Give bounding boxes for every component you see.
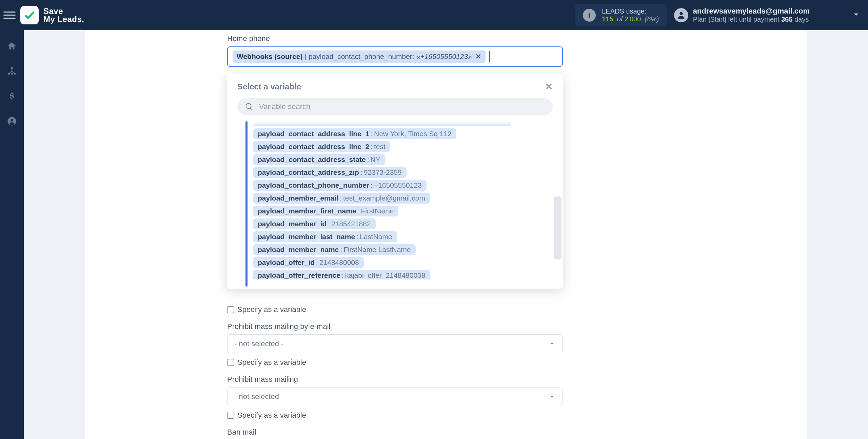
- page: Home phone Webhooks (source) | payload_c…: [24, 30, 868, 439]
- variable-group-rail: [245, 121, 248, 287]
- variable-colon: :: [371, 143, 373, 151]
- svg-point-6: [11, 119, 13, 122]
- info-icon: i: [583, 9, 596, 22]
- variable-option[interactable]: payload_offer_reference: kajabi_offer_21…: [253, 270, 430, 279]
- variable-key: payload_contact_phone_number: [258, 181, 369, 189]
- specify-variable-label: Specify as a variable: [237, 358, 306, 367]
- chip-separator: |: [304, 53, 306, 61]
- scrollbar-thumb[interactable]: [554, 196, 561, 259]
- specify-variable-checkbox[interactable]: [227, 306, 234, 313]
- variable-value: NY: [370, 155, 380, 164]
- variable-colon: :: [316, 258, 318, 267]
- variable-list[interactable]: payload_contact_address_line_1: New York…: [253, 121, 563, 289]
- specify-variable-checkbox[interactable]: [227, 412, 234, 419]
- variable-colon: :: [371, 181, 373, 189]
- select-prohibit-mass[interactable]: - not selected -: [227, 387, 563, 406]
- variable-colon: :: [340, 194, 342, 202]
- variable-option[interactable]: payload_member_id: 2185421882: [253, 218, 376, 229]
- variable-colon: :: [360, 168, 362, 176]
- variable-value: New York, Times Sq 112: [374, 130, 452, 138]
- leads-usage-value: 115 of 2'000 (6%): [602, 15, 659, 23]
- chevron-down-icon: [548, 393, 556, 400]
- variable-key: payload_offer_reference: [258, 271, 340, 279]
- sidebar: [0, 30, 24, 439]
- variable-option[interactable]: payload_contact_phone_number: +165055501…: [253, 180, 427, 191]
- variable-option[interactable]: payload_member_name: FirstName LastName: [253, 244, 416, 255]
- variable-value: test: [374, 143, 386, 151]
- field-label-prohibit-mass: Prohibit mass mailing: [227, 375, 563, 384]
- variable-colon: :: [328, 220, 330, 228]
- variable-option[interactable]: payload_contact_address_line_2: test: [253, 141, 390, 152]
- variable-value: 2148480008: [319, 258, 359, 267]
- variable-value: FirstName: [361, 207, 394, 215]
- variable-value: LastName: [360, 233, 392, 241]
- sidebar-billing-icon[interactable]: [6, 90, 18, 102]
- app-logo[interactable]: Save My Leads.: [20, 6, 84, 24]
- menu-toggle[interactable]: [3, 9, 16, 21]
- leads-usage-title: LEADS usage:: [602, 7, 659, 15]
- sidebar-home-icon[interactable]: [6, 40, 18, 52]
- variable-search-input[interactable]: [259, 102, 545, 111]
- variable-key: payload_member_id: [258, 220, 327, 228]
- select-prohibit-email[interactable]: - not selected -: [227, 334, 563, 353]
- variable-colon: :: [358, 207, 360, 215]
- variable-picker-title: Select a variable: [237, 82, 301, 91]
- variable-option[interactable]: payload_offer_id: 2148480008: [253, 257, 364, 268]
- variable-value: test_example@gmail.com: [343, 194, 425, 202]
- variable-picker-header: Select a variable ✕: [227, 74, 563, 98]
- variable-colon: :: [356, 233, 358, 241]
- variable-key: payload_member_first_name: [258, 207, 356, 215]
- chip-key: payload_contact_phone_number:: [309, 53, 414, 61]
- user-email: andrewsavemyleads@gmail.com: [693, 7, 810, 16]
- sidebar-account-icon[interactable]: [6, 116, 18, 127]
- specify-variable-row-1[interactable]: Specify as a variable: [227, 305, 563, 314]
- leads-usage-box[interactable]: i LEADS usage: 115 of 2'000 (6%): [575, 4, 666, 26]
- variable-key: payload_member_email: [258, 194, 338, 202]
- topbar: Save My Leads. i LEADS usage: 115 of 2'0…: [0, 0, 868, 30]
- close-icon[interactable]: ✕: [545, 81, 553, 92]
- variable-option[interactable]: payload_member_last_name: LastName: [253, 231, 397, 242]
- field-label-home-phone: Home phone: [227, 34, 563, 43]
- user-plan: Plan |Start| left until payment 365 days: [693, 16, 810, 23]
- variable-option[interactable]: payload_member_email: test_example@gmail…: [253, 193, 430, 204]
- sidebar-connections-icon[interactable]: [6, 65, 18, 77]
- variable-value: +16505550123: [374, 181, 422, 189]
- user-menu[interactable]: andrewsavemyleads@gmail.com Plan |Start|…: [674, 7, 861, 23]
- field-label-ban-mail: Ban mail: [227, 428, 563, 437]
- variable-key: payload_member_last_name: [258, 233, 355, 241]
- variable-list-scroll-hint: [254, 121, 511, 126]
- svg-point-3: [11, 73, 13, 75]
- svg-point-0: [679, 12, 683, 15]
- variable-option[interactable]: payload_member_first_name: FirstName: [253, 206, 398, 216]
- variable-value: 2185421882: [331, 220, 371, 228]
- home-phone-variable-input[interactable]: Webhooks (source) | payload_contact_phon…: [227, 46, 563, 67]
- variable-option[interactable]: payload_contact_address_line_1: New York…: [253, 128, 456, 139]
- text-cursor: [489, 51, 490, 62]
- specify-variable-row-3[interactable]: Specify as a variable: [227, 411, 563, 420]
- variable-value: FirstName LastName: [343, 246, 411, 254]
- specify-variable-checkbox[interactable]: [227, 359, 234, 366]
- variable-colon: :: [342, 271, 344, 279]
- variable-option[interactable]: payload_contact_address_zip: 92373-2359: [253, 167, 407, 178]
- variable-colon: :: [340, 246, 342, 254]
- chevron-down-icon[interactable]: [852, 10, 861, 20]
- chip-value: «+16505550123»: [416, 53, 472, 61]
- variable-search[interactable]: [237, 98, 553, 115]
- chip-remove-icon[interactable]: ✕: [475, 53, 481, 61]
- svg-point-1: [11, 67, 13, 69]
- variable-value: 92373-2359: [364, 168, 402, 176]
- variable-option[interactable]: payload_contact_address_state: NY: [253, 154, 385, 165]
- variable-colon: :: [367, 155, 369, 164]
- logo-mark-icon: [20, 6, 39, 24]
- chevron-down-icon: [548, 340, 556, 348]
- variable-key: payload_contact_address_line_2: [258, 143, 369, 151]
- variable-key: payload_contact_address_line_1: [258, 130, 369, 138]
- variable-picker-panel: Select a variable ✕ payload_contact_addr…: [227, 74, 563, 289]
- select-value: - not selected -: [234, 339, 284, 348]
- variable-list-wrap: payload_contact_address_line_1: New York…: [227, 119, 563, 289]
- variable-chip[interactable]: Webhooks (source) | payload_contact_phon…: [233, 50, 486, 63]
- variable-key: payload_contact_address_state: [258, 155, 366, 164]
- variable-key: payload_contact_address_zip: [258, 168, 359, 176]
- variable-key: payload_offer_id: [258, 258, 315, 267]
- specify-variable-row-2[interactable]: Specify as a variable: [227, 358, 563, 367]
